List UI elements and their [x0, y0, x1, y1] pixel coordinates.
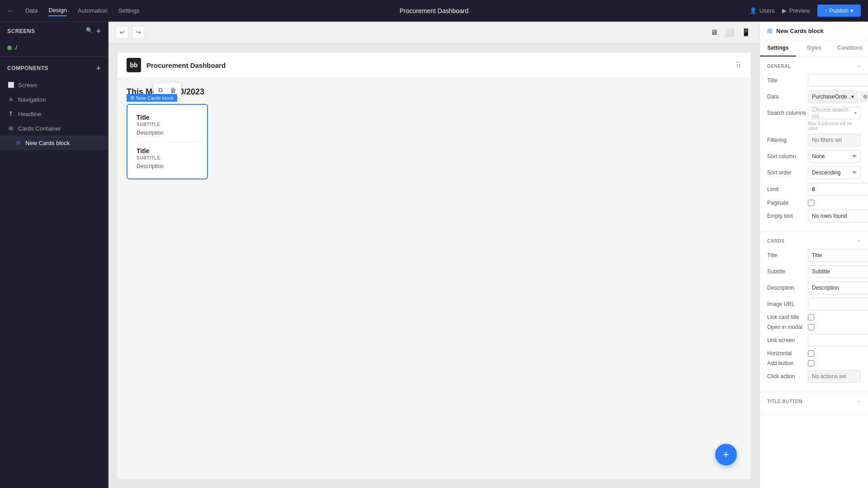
- filtering-badge[interactable]: No filters set: [808, 134, 861, 146]
- title-button-title: TITLE BUTTON: [767, 399, 802, 404]
- card-subtitle-2: SUBTITLE: [137, 155, 198, 160]
- subtitle-control: ⚡: [808, 265, 868, 278]
- data-field-control: PurchaseOrde... ▾ ⚙: [808, 90, 868, 103]
- filtering-control: No filters set: [808, 134, 861, 146]
- screen-label: Screen: [18, 82, 37, 89]
- add-component-button[interactable]: +: [96, 64, 101, 72]
- right-panel: ⊞ New Cards block Settings Styles Condit…: [760, 22, 868, 488]
- preview-button[interactable]: ▶ Preview: [782, 7, 810, 14]
- image-url-label: Image URL: [767, 301, 808, 307]
- users-button[interactable]: 👤 Users: [750, 7, 775, 14]
- screen-active-dot: [7, 46, 12, 50]
- tab-styles[interactable]: Styles: [796, 40, 832, 56]
- limit-row: Limit ▲ ▼: [767, 183, 861, 196]
- sort-column-label: Sort column: [767, 153, 808, 160]
- subtitle-input[interactable]: [808, 265, 868, 278]
- desktop-view-button[interactable]: 🖥: [709, 26, 720, 38]
- panel-tabs: Settings Styles Conditions: [760, 40, 868, 57]
- sidebar-item-screen[interactable]: Screen: [0, 78, 108, 92]
- title-field-control: ⚡: [808, 74, 868, 87]
- data-badge[interactable]: PurchaseOrde... ▾: [808, 90, 858, 103]
- add-screen-button[interactable]: +: [96, 27, 101, 35]
- open-in-modal-control: [808, 324, 861, 330]
- publish-button[interactable]: ↑ Publish ▾: [817, 5, 861, 17]
- cards-container-label: Cards Container: [18, 125, 61, 132]
- title-input[interactable]: [808, 74, 868, 87]
- sort-order-control: Descending: [808, 166, 861, 179]
- cards-icon: [7, 125, 14, 132]
- description-label: Description: [767, 285, 808, 291]
- main-layout: Screens 🔍 + / Components + Screen Naviga…: [0, 22, 868, 488]
- panel-title: New Cards block: [776, 28, 824, 34]
- navigation-icon: [7, 96, 14, 103]
- data-badge-chevron: ▾: [851, 94, 854, 100]
- sort-order-select[interactable]: Descending: [808, 166, 861, 179]
- tab-settings[interactable]: Settings: [760, 40, 796, 56]
- screen-item-root[interactable]: /: [0, 41, 108, 55]
- undo-button[interactable]: ↩: [116, 26, 128, 39]
- image-url-input[interactable]: [808, 298, 868, 310]
- sort-order-label: Sort order: [767, 169, 808, 176]
- card-subtitle-1: SUBTITLE: [137, 122, 198, 127]
- empty-text-input[interactable]: [808, 210, 868, 222]
- sidebar-item-headline[interactable]: Headline: [0, 107, 108, 121]
- click-action-badge[interactable]: No actions set: [808, 370, 861, 383]
- search-columns-select[interactable]: Choose search col... ▾: [808, 107, 861, 119]
- right-panel-header: ⊞ New Cards block: [760, 22, 868, 40]
- sort-column-select[interactable]: None: [808, 150, 861, 163]
- app-header-dots: ⠿: [736, 60, 741, 70]
- link-card-title-checkbox[interactable]: [808, 314, 814, 320]
- nav-tab-settings[interactable]: Settings: [118, 5, 140, 16]
- canvas-wrapper: bb Procurement Dashboard ⠿ This Month: 1…: [118, 52, 750, 479]
- nav-tab-design[interactable]: Design: [48, 5, 66, 16]
- cards-collapse-button[interactable]: −: [857, 237, 861, 244]
- horizontal-row: Horizontal: [767, 350, 861, 357]
- nav-tab-automation[interactable]: Automation: [78, 5, 108, 16]
- cards-title-row: Title ⚡: [767, 249, 861, 262]
- filtering-text: No filters set: [812, 137, 842, 143]
- cards-title-input[interactable]: [808, 249, 868, 262]
- sort-order-row: Sort order Descending: [767, 166, 861, 179]
- image-url-row: Image URL ⚡: [767, 298, 861, 310]
- card-title-1: Title: [137, 114, 198, 121]
- fab-button[interactable]: +: [715, 444, 737, 465]
- publish-chevron-icon: ▾: [850, 7, 854, 14]
- paginate-row: Paginate: [767, 200, 861, 206]
- add-button-checkbox[interactable]: [808, 360, 814, 366]
- back-button[interactable]: ←: [7, 7, 14, 15]
- link-card-title-row: Link card title: [767, 314, 861, 320]
- mobile-view-button[interactable]: 📱: [740, 26, 752, 38]
- cards-section: CARDS − Title ⚡ Subtitle ⚡: [760, 232, 868, 392]
- cards-section-header: CARDS −: [767, 237, 861, 244]
- empty-text-control: ⚡: [808, 210, 868, 222]
- view-switcher: 🖥 ⬜ 📱: [709, 26, 752, 38]
- general-collapse-button[interactable]: −: [857, 62, 861, 70]
- description-input[interactable]: [808, 282, 868, 294]
- tab-conditions[interactable]: Conditions: [832, 40, 868, 56]
- cards-section-title: CARDS: [767, 239, 784, 244]
- link-screen-input[interactable]: [808, 334, 868, 347]
- horizontal-checkbox[interactable]: [808, 350, 814, 357]
- sidebar-item-navigation[interactable]: Navigation: [0, 92, 108, 107]
- sidebar-item-new-cards-block[interactable]: New Cards block: [0, 136, 108, 150]
- left-sidebar: Screens 🔍 + / Components + Screen Naviga…: [0, 22, 108, 488]
- page-title: Procurement Dashboard: [400, 7, 469, 14]
- open-in-modal-checkbox[interactable]: [808, 324, 814, 330]
- sort-column-control: None: [808, 150, 861, 163]
- data-field-row: Data PurchaseOrde... ▾ ⚙: [767, 90, 861, 103]
- search-icon[interactable]: 🔍: [86, 27, 93, 35]
- limit-input[interactable]: [808, 183, 868, 196]
- filtering-label: Filtering: [767, 137, 808, 143]
- nav-tab-data[interactable]: Data: [25, 5, 38, 16]
- paginate-checkbox[interactable]: [808, 200, 814, 206]
- limit-control: ▲ ▼: [808, 183, 868, 196]
- navigation-label: Navigation: [18, 96, 46, 103]
- sidebar-item-cards-container[interactable]: Cards Container: [0, 121, 108, 136]
- redo-button[interactable]: ↪: [132, 26, 145, 39]
- toolbar: ↩ ↪ 🖥 ⬜ 📱: [108, 22, 760, 43]
- tablet-view-button[interactable]: ⬜: [723, 26, 736, 38]
- link-screen-row: Link screen ⚡ ▾: [767, 334, 861, 347]
- data-settings-button[interactable]: ⚙: [860, 91, 868, 102]
- title-button-collapse-button[interactable]: −: [857, 398, 861, 405]
- cards-block[interactable]: Title SUBTITLE Description Title SUBTITL…: [127, 104, 208, 179]
